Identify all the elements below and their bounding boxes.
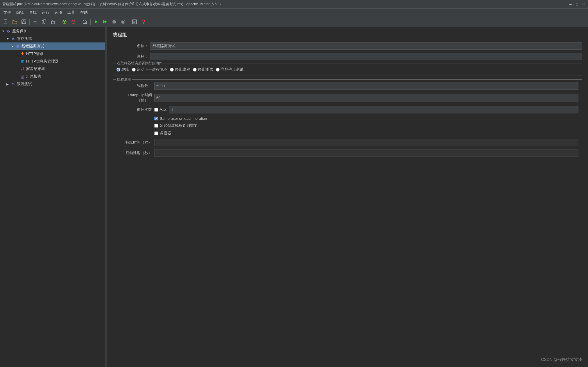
delay-create-checkbox[interactable] (154, 124, 158, 128)
results-icon (20, 66, 25, 72)
menu-tools[interactable]: 工具 (65, 9, 77, 16)
duration-row: 持续时间（秒） (116, 139, 578, 146)
page-title: 线程组 (113, 32, 582, 38)
svg-rect-5 (22, 22, 25, 24)
svg-rect-34 (23, 68, 23, 70)
duration-input[interactable] (154, 139, 578, 146)
menu-bar: 文件 编辑 查找 运行 选项 工具 帮助 (0, 9, 588, 16)
paste-button[interactable] (49, 18, 57, 26)
title-bar: 雪崩测试.jmx (D:\BaiduNetdiskDownload\Spring… (0, 0, 588, 9)
same-user-checkbox[interactable] (154, 117, 158, 120)
radio-stop-test-now-input[interactable] (216, 68, 220, 72)
loop-forever-label[interactable]: 永远 (159, 107, 167, 112)
thread-count-label: 线程数： (116, 83, 154, 88)
radio-stop-test-input[interactable] (193, 68, 197, 72)
service-protect-icon: ⚙ (6, 28, 11, 34)
menu-options[interactable]: 选项 (52, 9, 64, 16)
name-input[interactable] (150, 42, 582, 50)
svg-marker-18 (103, 20, 105, 24)
toolbar-separator-1 (29, 19, 30, 25)
window-controls: ─ □ ✕ (568, 2, 586, 7)
expand-arrow: ▼ (2, 30, 6, 33)
checklist-button[interactable] (130, 18, 139, 26)
sidebar-item-label: 汇总报告 (26, 74, 41, 79)
remove-button[interactable] (69, 18, 78, 26)
run-button[interactable] (92, 18, 100, 26)
error-action-title: 在取样器错误后要执行的动作 (116, 61, 164, 66)
sidebar-item-avalanche-test[interactable]: ▼ ❄ 雪崩测试 (0, 35, 105, 42)
menu-help[interactable]: 帮助 (78, 9, 90, 16)
ramp-up-input[interactable] (154, 94, 578, 101)
sidebar-item-service-protect[interactable]: ▼ ⚙ 服务保护 (0, 27, 105, 35)
save-button[interactable] (20, 18, 28, 26)
sidebar-item-view-results[interactable]: ▶ 察看结果树 (0, 65, 105, 73)
radio-start-next-input[interactable] (132, 68, 136, 72)
svg-marker-19 (105, 20, 107, 24)
scheduler-label[interactable]: 调度器 (160, 131, 171, 136)
toolbar: ✂ ❓ (0, 16, 588, 27)
http-icon (20, 51, 25, 56)
sidebar-item-http-request[interactable]: ▶ HTTP请求 (0, 50, 105, 58)
expand-arrow: ▼ (6, 37, 10, 40)
sidebar-item-summary-report[interactable]: ▶ 汇总报告 (0, 73, 105, 80)
scheduler-row: 调度器 (116, 131, 578, 136)
comment-input[interactable] (150, 53, 582, 60)
loop-forever-checkbox[interactable] (154, 108, 158, 112)
loop-count-input[interactable] (169, 106, 578, 113)
name-row: 名称： (113, 42, 582, 50)
radio-stop-thread-input[interactable] (170, 68, 174, 72)
help-button[interactable]: ❓ (139, 18, 148, 26)
main-layout: ▼ ⚙ 服务保护 ▼ ❄ 雪崩测试 ▼ ⚙ 线程隔离测试 ▶ HTTP请求 ▶ (0, 27, 588, 367)
thread-props-title: 线程属性 (116, 77, 132, 82)
svg-rect-35 (24, 67, 24, 70)
thread-count-row: 线程数： (116, 82, 578, 90)
add-button[interactable] (60, 18, 69, 26)
menu-file[interactable]: 文件 (1, 9, 13, 16)
name-label: 名称： (113, 43, 150, 49)
maximize-button[interactable]: □ (575, 2, 579, 7)
same-user-label[interactable]: Same user on each iteration (160, 116, 207, 121)
close-button[interactable]: ✕ (581, 2, 586, 7)
current-limit-icon: ⚙ (10, 81, 16, 87)
loop-count-label: 循环次数 (116, 107, 154, 112)
svg-point-20 (112, 20, 116, 24)
scheduler-checkbox[interactable] (154, 131, 158, 135)
toolbar-separator-4 (90, 19, 91, 25)
stop-button[interactable] (110, 18, 118, 26)
stop-all-button[interactable] (119, 18, 127, 26)
svg-rect-22 (122, 21, 124, 23)
new-button[interactable] (2, 18, 10, 26)
thread-props-group: 线程属性 线程数： Ramp-Up时间（秒）： 循环次数 永远 (113, 79, 582, 162)
clear-button[interactable] (81, 18, 89, 26)
menu-run[interactable]: 运行 (40, 9, 52, 16)
cut-button[interactable]: ✂ (31, 18, 39, 26)
ramp-up-label: Ramp-Up时间（秒）： (116, 92, 154, 103)
delay-create-label[interactable]: 延迟创建线程直到需要 (160, 123, 198, 128)
sidebar-item-current-limit[interactable]: ▶ ⚙ 限流测试 (0, 80, 105, 88)
sidebar-item-http-header[interactable]: ▶ HTTP信息头管理器 (0, 58, 105, 65)
expand-arrow: ▼ (11, 45, 15, 48)
startup-delay-input[interactable] (154, 149, 578, 157)
radio-stop-test-now[interactable]: 立即停止测试 (216, 67, 243, 72)
radio-continue[interactable]: 继续 (116, 67, 129, 72)
toolbar-separator-3 (79, 19, 79, 25)
error-action-group: 在取样器错误后要执行的动作 继续 启动下一进程循环 停止线程 停止测试 (113, 63, 582, 76)
menu-edit[interactable]: 编辑 (14, 9, 26, 16)
radio-start-next[interactable]: 启动下一进程循环 (132, 67, 167, 72)
radio-continue-input[interactable] (116, 68, 120, 72)
minimize-button[interactable]: ─ (568, 2, 573, 7)
svg-rect-9 (52, 20, 54, 21)
sidebar-item-thread-isolation[interactable]: ▼ ⚙ 线程隔离测试 (0, 42, 105, 50)
sidebar-item-label: 察看结果树 (26, 66, 45, 72)
open-button[interactable] (11, 18, 19, 26)
report-icon (20, 74, 25, 79)
run-remote-button[interactable] (101, 18, 109, 26)
radio-stop-test[interactable]: 停止测试 (193, 67, 213, 72)
menu-find[interactable]: 查找 (27, 9, 39, 16)
ramp-up-row: Ramp-Up时间（秒）： (116, 92, 578, 103)
thread-count-input[interactable] (154, 82, 578, 90)
expand-arrow: ▶ (6, 83, 10, 86)
copy-button[interactable] (40, 18, 48, 26)
radio-stop-thread[interactable]: 停止线程 (170, 67, 190, 72)
sidebar-item-label: HTTP信息头管理器 (26, 59, 59, 64)
